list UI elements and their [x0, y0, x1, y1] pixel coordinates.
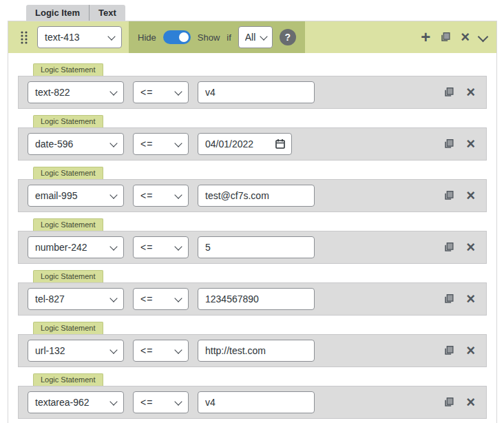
operator-select[interactable]: <=	[133, 133, 189, 155]
value-input-wrap	[198, 340, 315, 362]
statement-actions: ×	[443, 240, 475, 255]
logic-statement-badge: Logic Statement	[33, 218, 103, 231]
logic-item-panel: text-413 Hide Show if All ? +	[8, 21, 497, 423]
logic-statement-badge: Logic Statement	[33, 373, 103, 386]
field-select[interactable]: text-822	[28, 81, 124, 103]
operator-select[interactable]: <=	[133, 288, 189, 310]
duplicate-statement-icon[interactable]	[443, 189, 455, 202]
logic-statement-row: text-822 <=	[18, 76, 487, 109]
target-field-select[interactable]: text-413	[37, 26, 122, 48]
logic-statement-group: Logic Statement date-596 <=	[18, 114, 487, 161]
delete-statement-icon[interactable]: ×	[466, 343, 475, 358]
logic-statement-group: Logic Statement textarea-962 <=	[18, 373, 487, 419]
operator-select-wrap: <=	[133, 133, 189, 155]
logic-statement-badge: Logic Statement	[33, 167, 103, 179]
operator-select[interactable]: <=	[133, 81, 189, 103]
delete-statement-icon[interactable]: ×	[466, 291, 475, 307]
show-label: Show	[198, 32, 220, 43]
hide-label: Hide	[138, 32, 156, 43]
statement-actions: ×	[443, 343, 475, 358]
value-input-wrap	[198, 81, 315, 103]
value-input[interactable]	[198, 81, 315, 103]
delete-statement-icon[interactable]: ×	[466, 240, 475, 255]
target-field-select-wrap: text-413	[37, 26, 122, 48]
drag-handle-icon[interactable]	[19, 30, 29, 44]
delete-statement-icon[interactable]: ×	[466, 85, 475, 100]
statement-actions: ×	[443, 291, 475, 307]
field-select[interactable]: textarea-962	[28, 391, 124, 413]
logic-statement-group: Logic Statement url-132 <=	[18, 321, 487, 367]
header-condition-section: Hide Show if All ?	[129, 21, 305, 53]
statement-actions: ×	[443, 395, 475, 410]
duplicate-statement-icon[interactable]	[443, 344, 455, 357]
duplicate-statement-icon[interactable]	[443, 138, 455, 150]
add-statement-icon[interactable]: +	[421, 29, 430, 45]
field-select-wrap: date-596	[28, 133, 124, 155]
calendar-icon[interactable]	[275, 138, 286, 149]
logic-statement-group: Logic Statement number-242 <=	[18, 218, 487, 264]
operator-select[interactable]: <=	[133, 185, 189, 207]
field-select[interactable]: url-132	[28, 340, 124, 362]
delete-statement-icon[interactable]: ×	[466, 136, 475, 152]
logic-statement-row: url-132 <=	[18, 334, 487, 367]
operator-select-wrap: <=	[133, 391, 189, 413]
duplicate-statement-icon[interactable]	[443, 86, 455, 99]
logic-statement-badge: Logic Statement	[33, 115, 103, 127]
field-select[interactable]: email-995	[28, 185, 124, 207]
logic-item-header: text-413 Hide Show if All ? +	[8, 21, 496, 53]
if-label: if	[227, 32, 231, 43]
toggle-knob	[179, 32, 189, 42]
chevron-down-icon[interactable]	[479, 33, 487, 41]
tab-text[interactable]: Text	[89, 5, 125, 21]
logic-builder: Logic Item Text	[8, 5, 497, 423]
operator-select[interactable]: <=	[133, 236, 189, 258]
statement-actions: ×	[443, 85, 475, 100]
logic-statement-row: textarea-962 <=	[18, 386, 487, 419]
match-select[interactable]: All	[238, 26, 273, 48]
value-input[interactable]	[198, 391, 315, 413]
logic-statement-badge: Logic Statement	[33, 322, 103, 334]
help-icon[interactable]: ?	[280, 29, 296, 45]
statement-actions: ×	[443, 188, 475, 203]
delete-statement-icon[interactable]: ×	[466, 395, 475, 410]
logic-statement-group: Logic Statement text-822 <=	[18, 63, 487, 109]
duplicate-statement-icon[interactable]	[443, 241, 455, 254]
field-select[interactable]: number-242	[28, 236, 124, 258]
delete-item-icon[interactable]: ×	[461, 30, 470, 45]
header-actions: + ×	[305, 21, 496, 53]
duplicate-statement-icon[interactable]	[443, 396, 455, 409]
field-select-wrap: email-995	[28, 185, 124, 207]
value-input[interactable]	[198, 236, 315, 258]
logic-statement-group: Logic Statement tel-827 <=	[18, 269, 487, 316]
field-select[interactable]: tel-827	[28, 288, 124, 310]
field-select-wrap: textarea-962	[28, 391, 124, 413]
field-select-wrap: tel-827	[28, 288, 124, 310]
operator-select-wrap: <=	[133, 288, 189, 310]
statement-actions: ×	[443, 136, 475, 152]
logic-statement-badge: Logic Statement	[33, 63, 103, 76]
field-select-wrap: text-822	[28, 81, 124, 103]
value-input-wrap	[198, 288, 315, 310]
tab-logic-item[interactable]: Logic Item	[26, 5, 89, 21]
logic-statement-group: Logic Statement email-995 <=	[18, 166, 487, 212]
operator-select[interactable]: <=	[133, 391, 189, 413]
value-input[interactable]	[198, 288, 315, 310]
field-select[interactable]: date-596	[28, 133, 124, 155]
value-input-wrap	[198, 133, 292, 155]
hide-show-toggle[interactable]	[163, 30, 191, 44]
operator-select[interactable]: <=	[133, 340, 189, 362]
operator-select-wrap: <=	[133, 340, 189, 362]
delete-statement-icon[interactable]: ×	[466, 188, 475, 203]
duplicate-item-icon[interactable]	[439, 31, 452, 43]
logic-statement-badge: Logic Statement	[33, 270, 103, 282]
value-input[interactable]	[198, 340, 315, 362]
match-select-wrap: All	[238, 26, 273, 48]
operator-select-wrap: <=	[133, 185, 189, 207]
field-select-wrap: url-132	[28, 340, 124, 362]
header-left-section: text-413	[8, 21, 129, 53]
duplicate-statement-icon[interactable]	[443, 293, 455, 305]
value-input[interactable]	[198, 185, 315, 207]
value-input-wrap	[198, 391, 315, 413]
logic-statement-row: tel-827 <=	[18, 282, 487, 316]
logic-statement-row: email-995 <=	[18, 179, 487, 212]
